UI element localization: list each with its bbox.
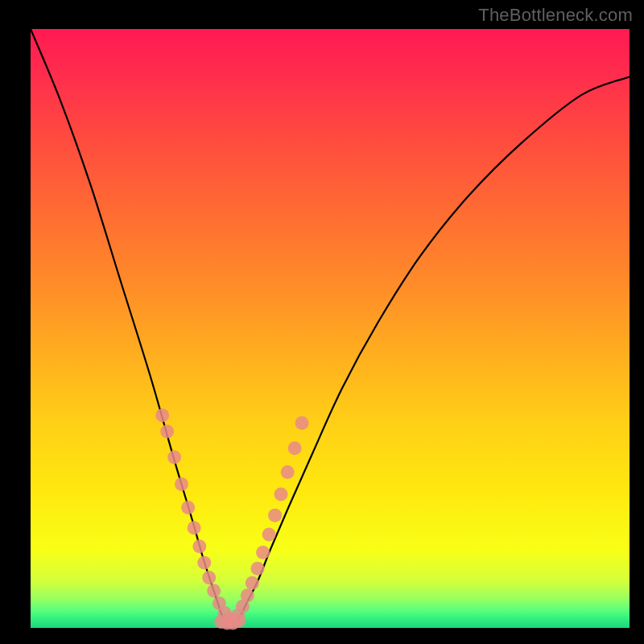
- data-dot: [246, 576, 259, 590]
- data-dot: [181, 501, 195, 514]
- data-dot: [207, 584, 221, 597]
- data-dot: [268, 509, 282, 522]
- data-dot: [202, 571, 216, 584]
- data-dot: [288, 441, 302, 455]
- data-dot: [167, 450, 181, 464]
- data-dot: [295, 416, 309, 430]
- data-dot: [175, 477, 188, 491]
- bottleneck-curve: [31, 29, 630, 622]
- data-dot: [155, 408, 169, 422]
- dots-right-branch: [231, 416, 309, 622]
- plot-area: [31, 29, 630, 628]
- data-dot: [160, 424, 174, 438]
- data-dot: [262, 527, 276, 541]
- data-dot: [197, 555, 211, 569]
- curve-layer: [31, 29, 630, 628]
- chart-frame: TheBottleneck.com: [0, 0, 644, 644]
- data-dot: [256, 546, 270, 559]
- data-dot: [232, 614, 246, 628]
- watermark-text: TheBottleneck.com: [478, 5, 633, 26]
- data-dot: [281, 465, 295, 479]
- data-dot: [192, 539, 206, 553]
- data-dot: [188, 521, 201, 535]
- dots-left-branch: [155, 408, 236, 626]
- data-dot: [241, 588, 254, 602]
- data-dot: [250, 562, 264, 576]
- data-dot: [274, 488, 287, 502]
